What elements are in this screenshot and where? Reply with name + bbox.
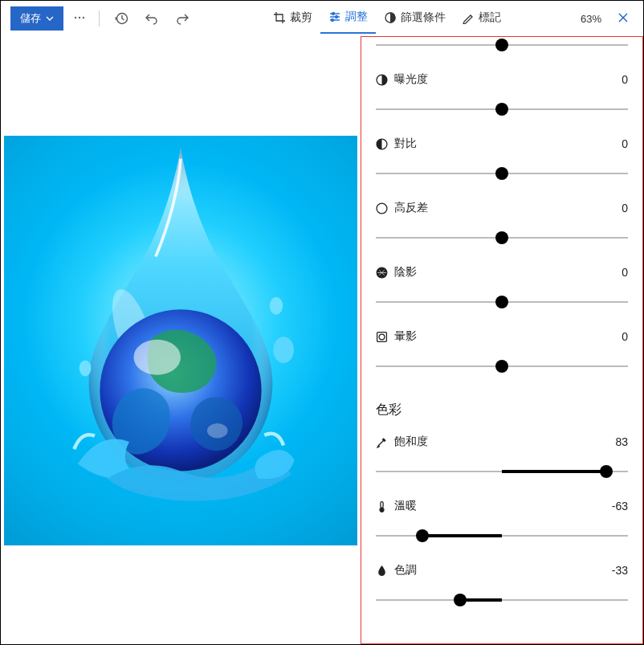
svg-point-5	[336, 16, 338, 18]
chevron-down-icon	[46, 14, 54, 22]
svg-point-11	[207, 423, 228, 438]
tab-adjust-label: 調整	[345, 10, 368, 24]
svg-point-13	[273, 337, 294, 363]
main: 曝光度 0 對比 0	[1, 36, 643, 644]
slider-thumb[interactable]	[495, 231, 508, 244]
close-icon	[618, 12, 629, 23]
more-icon[interactable]	[70, 8, 89, 30]
slider-vignette[interactable]	[376, 355, 628, 378]
shadow-value: 0	[622, 266, 628, 279]
exposure-icon	[376, 74, 388, 86]
row-tint: 色調 -33	[376, 547, 628, 611]
vignette-label: 暈影	[394, 329, 615, 344]
contrast-icon	[376, 138, 388, 150]
vignette-value: 0	[622, 330, 628, 343]
slider-top[interactable]	[376, 36, 628, 56]
slider-thumb[interactable]	[495, 103, 508, 116]
close-button[interactable]	[613, 7, 634, 31]
tab-markup[interactable]: 標記	[454, 3, 509, 34]
tint-label: 色調	[394, 563, 605, 578]
slider-contrast[interactable]	[376, 162, 628, 185]
svg-point-12	[270, 296, 283, 314]
svg-rect-25	[381, 501, 383, 508]
zoom-level[interactable]: 63%	[581, 13, 601, 25]
slider-thumb[interactable]	[454, 594, 467, 606]
image-preview[interactable]	[4, 136, 357, 545]
slider-shadow[interactable]	[376, 291, 628, 313]
tab-adjust[interactable]: 調整	[320, 3, 376, 34]
exposure-label: 曝光度	[394, 72, 615, 87]
save-button-label: 儲存	[20, 11, 41, 26]
canvas-area	[1, 36, 361, 644]
slider-thumb[interactable]	[416, 529, 429, 542]
slider-exposure[interactable]	[376, 98, 628, 120]
tab-crop-label: 裁剪	[290, 10, 312, 25]
markup-icon	[462, 11, 475, 24]
adjust-icon	[328, 10, 341, 23]
row-shadow: 陰影 0	[376, 249, 628, 313]
slider-tint[interactable]	[376, 589, 628, 611]
warmth-icon	[376, 500, 388, 512]
redo-icon[interactable]	[170, 6, 194, 31]
svg-rect-23	[377, 332, 387, 341]
saturation-icon	[376, 436, 388, 448]
svg-point-10	[133, 339, 181, 374]
slider-thumb[interactable]	[495, 39, 508, 51]
row-vignette: 暈影 0	[376, 313, 628, 378]
toolbar-right: 63%	[581, 7, 634, 31]
slider-saturation[interactable]	[376, 460, 628, 483]
svg-point-1	[79, 16, 80, 18]
vignette-icon	[376, 331, 388, 343]
tint-value: -33	[612, 564, 628, 577]
toolbar: 儲存 裁剪 調整 篩選條件 標記 63%	[1, 1, 643, 36]
tab-filter-label: 篩選條件	[401, 10, 446, 25]
toolbar-divider	[99, 10, 100, 27]
highlight-label: 高反差	[394, 201, 615, 215]
slider-highlight[interactable]	[376, 227, 628, 249]
shadow-label: 陰影	[394, 265, 615, 280]
water-drop-image	[52, 148, 309, 493]
saturation-label: 飽和度	[394, 435, 609, 449]
tab-crop[interactable]: 裁剪	[265, 3, 320, 34]
svg-point-26	[380, 508, 384, 512]
tint-icon	[376, 565, 388, 577]
svg-point-14	[79, 360, 92, 376]
contrast-value: 0	[622, 137, 628, 150]
highlight-value: 0	[622, 202, 628, 214]
saturation-value: 83	[615, 435, 628, 448]
warmth-label: 溫暖	[394, 499, 605, 513]
shadow-icon	[376, 267, 388, 279]
exposure-value: 0	[622, 73, 628, 86]
svg-point-6	[332, 19, 334, 22]
warmth-value: -63	[612, 500, 628, 512]
crop-icon	[273, 11, 286, 24]
adjust-panel: 曝光度 0 對比 0	[361, 36, 643, 644]
slider-thumb[interactable]	[600, 465, 613, 478]
row-exposure: 曝光度 0	[376, 56, 628, 120]
editor-tabs: 裁剪 調整 篩選條件 標記	[201, 3, 574, 34]
undo-icon[interactable]	[140, 6, 164, 31]
svg-point-2	[83, 16, 84, 18]
svg-point-4	[332, 13, 335, 15]
slider-thumb[interactable]	[495, 296, 508, 308]
section-color: 色彩	[376, 378, 628, 418]
highlight-icon	[376, 202, 388, 214]
svg-point-0	[75, 16, 76, 18]
row-highlight: 高反差 0	[376, 185, 628, 249]
svg-point-17	[377, 203, 387, 214]
tab-markup-label: 標記	[479, 10, 501, 25]
row-warmth: 溫暖 -63	[376, 483, 628, 547]
svg-point-24	[379, 334, 385, 340]
contrast-label: 對比	[394, 137, 615, 151]
history-icon[interactable]	[109, 6, 133, 31]
row-contrast: 對比 0	[376, 120, 628, 185]
slider-warmth[interactable]	[376, 525, 628, 547]
filter-icon	[384, 11, 397, 24]
slider-thumb[interactable]	[495, 360, 508, 373]
row-saturation: 飽和度 83	[376, 418, 628, 483]
tab-filter[interactable]: 篩選條件	[376, 3, 454, 34]
slider-thumb[interactable]	[495, 167, 508, 180]
save-button[interactable]: 儲存	[10, 6, 63, 31]
